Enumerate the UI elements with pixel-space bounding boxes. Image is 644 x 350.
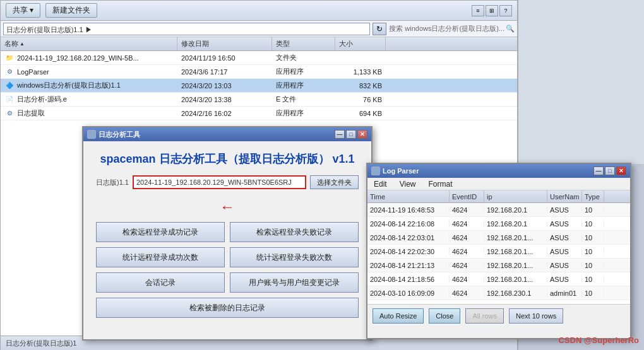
refresh-button[interactable]: ↻	[373, 23, 386, 35]
view-tiles-btn[interactable]: ⊞	[486, 5, 498, 16]
file-modified-cell: 2024/3/6 17:17	[177, 68, 272, 76]
file-row[interactable]: 🔷 windows日志分析(提取日志版)1.1 2024/3/20 13:03 …	[1, 79, 517, 93]
new-folder-button[interactable]: 新建文件夹	[45, 3, 97, 18]
lp-footer: Auto ResizeCloseAll rowsNext 10 rows	[367, 304, 630, 327]
lp-cell-type: 10	[582, 248, 604, 255]
lp-menubar: EditViewFormat	[367, 178, 630, 190]
lp-menu-edit[interactable]: Edit	[370, 180, 391, 189]
lp-cell-time: 2024-08-14 21:18:56	[367, 276, 450, 283]
lp-footer-btn-next-10-rows[interactable]: Next 10 rows	[509, 308, 563, 324]
lp-cell-event: 4624	[450, 206, 484, 214]
lp-menu-view[interactable]: View	[396, 180, 420, 189]
dialog-close-button[interactable]: ✕	[357, 130, 367, 139]
lp-table-row[interactable]: 2024-08-14 22:03:01 4624 192.168.20.1...…	[367, 231, 630, 245]
lp-cell-ip: 192.168.20.1	[484, 206, 547, 214]
lp-cell-ip: 192.168.20.1...	[484, 234, 547, 242]
dialog-btn-btn7[interactable]: 检索被删除的日志记录	[96, 298, 359, 318]
folder-path-input[interactable]	[133, 175, 306, 189]
lp-cell-user: admin01	[547, 289, 582, 297]
col-name[interactable]: 名称 ▲	[1, 37, 177, 50]
file-name-cell: ⚙ 日志提取	[1, 108, 177, 119]
file-row[interactable]: ⚙ 日志提取 2024/2/16 16:02 应用程序 694 KB	[1, 107, 517, 120]
file-type-cell: 文件夹	[272, 53, 335, 62]
file-type-cell: 应用程序	[272, 81, 335, 90]
col-time: Time	[367, 190, 450, 202]
sort-icon: ▲	[20, 41, 25, 47]
dialog-maximize-button[interactable]: □	[346, 130, 356, 139]
col-type[interactable]: 类型	[272, 37, 335, 50]
lp-table-row[interactable]: 2024-11-19 16:48:53 4624 192.168.20.1 AS…	[367, 203, 630, 217]
file-modified-cell: 2024/3/20 13:03	[177, 82, 272, 90]
search-icon: 🔍	[506, 25, 515, 33]
lp-cell-event: 4624	[450, 248, 484, 255]
lp-cell-time: 2024-08-14 21:21:13	[367, 262, 450, 269]
file-type-cell: 应用程序	[272, 67, 335, 76]
share-button[interactable]: 共享 ▾	[6, 3, 40, 18]
lp-controls: — □ ✕	[593, 166, 626, 175]
lp-footer-btn-all-rows[interactable]: All rows	[465, 308, 504, 324]
lp-cell-type: 10	[582, 262, 604, 269]
file-size-cell: 694 KB	[335, 110, 386, 117]
lp-cell-type: 10	[582, 276, 604, 283]
col-modified[interactable]: 修改日期	[177, 37, 272, 50]
log-parser-window: Log Parser — □ ✕ EditViewFormat Time Eve…	[366, 163, 631, 339]
lp-table-body: 2024-11-19 16:48:53 4624 192.168.20.1 AS…	[367, 203, 630, 304]
lp-cell-ip: 192.168.20.1	[484, 220, 547, 228]
browse-button[interactable]: 选择文件夹	[310, 175, 359, 189]
dialog-btn-btn4[interactable]: 统计远程登录失败次数	[230, 247, 359, 267]
address-path[interactable]: 日志分析(提取日志版)1.1 ▶	[3, 23, 370, 35]
lp-title-icon	[371, 166, 380, 175]
dialog-titlebar: 日志分析工具 — □ ✕	[83, 127, 371, 141]
file-type-cell: E 文件	[272, 95, 335, 104]
main-dialog: 日志分析工具 — □ ✕ spaceman 日志分析工具（提取日志分析版） v1…	[82, 126, 373, 341]
dialog-btn-btn3[interactable]: 统计远程登录成功次数	[96, 247, 225, 267]
dialog-minimize-button[interactable]: —	[335, 130, 345, 139]
lp-footer-btn-close[interactable]: Close	[429, 308, 460, 324]
file-size-cell: 76 KB	[335, 96, 386, 103]
col-type: Type	[582, 190, 604, 202]
dialog-btn-btn2[interactable]: 检索远程登录失败记录	[230, 222, 359, 242]
lp-maximize-button[interactable]: □	[605, 166, 615, 175]
lp-titlebar: Log Parser — □ ✕	[367, 164, 630, 178]
lp-cell-user: ASUS	[547, 276, 582, 283]
file-name-cell: 🔷 windows日志分析(提取日志版)1.1	[1, 81, 177, 91]
col-username: UserNam	[547, 190, 582, 202]
lp-title-text: Log Parser	[383, 167, 591, 175]
lp-table-row[interactable]: 2024-08-14 21:18:56 4624 192.168.20.1...…	[367, 272, 630, 286]
lp-menu-format[interactable]: Format	[424, 180, 456, 189]
lp-close-button[interactable]: ✕	[616, 166, 626, 175]
lp-table-row[interactable]: 2024-03-10 16:09:09 4624 192.168.230.1 a…	[367, 286, 630, 300]
file-modified-cell: 2024/3/20 13:38	[177, 96, 272, 103]
lp-cell-ip: 192.168.20.1...	[484, 262, 547, 269]
explorer-toolbar: 共享 ▾ 新建文件夹 ≡ ⊞ ?	[1, 1, 517, 21]
file-row[interactable]: 📁 2024-11-19_192.168.20.129_WIN-5B... 20…	[1, 51, 517, 65]
col-ip: ip	[484, 190, 547, 202]
lp-cell-user: ASUS	[547, 248, 582, 255]
dialog-btn-btn5[interactable]: 会话记录	[96, 272, 225, 293]
lp-footer-btn-auto-resize[interactable]: Auto Resize	[373, 308, 424, 324]
lp-table-row[interactable]: 2024-08-14 22:16:08 4624 192.168.20.1 AS…	[367, 217, 630, 231]
dialog-btn-btn6[interactable]: 用户账号与用户组变更记录	[230, 272, 359, 293]
help-btn[interactable]: ?	[499, 5, 512, 16]
arrow-indicator: ←	[96, 198, 359, 216]
view-details-btn[interactable]: ≡	[472, 5, 484, 16]
lp-cell-user: ASUS	[547, 206, 582, 214]
lp-cell-type: 10	[582, 289, 604, 297]
lp-minimize-button[interactable]: —	[593, 166, 604, 175]
lp-table-row[interactable]: 2024-08-14 22:02:30 4624 192.168.20.1...…	[367, 245, 630, 259]
lp-cell-event: 4624	[450, 234, 484, 242]
lp-table-row[interactable]: 2024-08-14 21:21:13 4624 192.168.20.1...…	[367, 259, 630, 272]
file-row[interactable]: ⚙ LogParser 2024/3/6 17:17 应用程序 1,133 KB	[1, 65, 517, 79]
dialog-content: spaceman 日志分析工具（提取日志分析版） v1.1 日志版)1.1 选择…	[83, 141, 371, 328]
lp-cell-ip: 192.168.20.1...	[484, 276, 547, 283]
file-type-icon: 📁	[4, 53, 15, 63]
dialog-header: spaceman 日志分析工具（提取日志分析版） v1.1	[96, 151, 359, 166]
col-size[interactable]: 大小	[335, 37, 386, 50]
file-size-cell: 832 KB	[335, 82, 386, 90]
file-row[interactable]: 📄 日志分析-源码.e 2024/3/20 13:38 E 文件 76 KB	[1, 93, 517, 107]
file-type-cell: 应用程序	[272, 108, 335, 118]
lp-cell-time: 2024-08-14 22:02:30	[367, 248, 450, 255]
dialog-btn-btn1[interactable]: 检索远程登录成功记录	[96, 222, 225, 242]
file-name-cell: 📁 2024-11-19_192.168.20.129_WIN-5B...	[1, 53, 177, 63]
status-text: 日志分析(提取日志版)1	[6, 339, 76, 348]
